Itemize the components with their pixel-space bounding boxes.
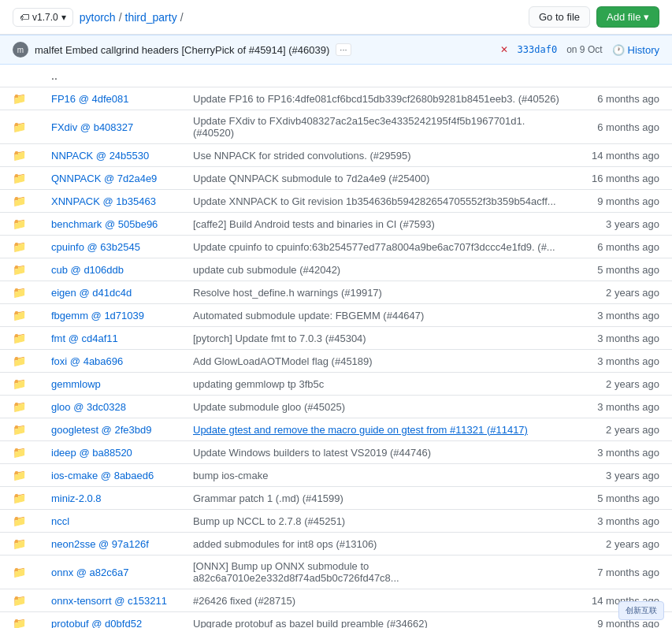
table-row: 📁 cub @ d106ddb update cub submodule (#4… — [0, 258, 672, 281]
table-row: 📁 gemmlowp updating gemmlowp tp 3fb5c 2 … — [0, 373, 672, 396]
file-link[interactable]: neon2sse @ 97a126f — [51, 538, 149, 550]
commit-text: Add GlowLoadAOTModel flag (#45189) — [193, 355, 373, 367]
row-name: fmt @ cd4af11 — [39, 327, 180, 350]
commit-text: Grammar patch 1 (.md) (#41599) — [193, 492, 343, 504]
file-link[interactable]: gemmlowp — [51, 378, 101, 390]
row-time: 2 years ago — [577, 418, 672, 441]
table-row: 📁 foxi @ 4aba696 Add GlowLoadAOTModel fl… — [0, 350, 672, 373]
commit-text: Use NNPACK for strided convolutions. (#2… — [193, 150, 411, 162]
row-commit: [ONNX] Bump up ONNX submodule to a82c6a7… — [180, 556, 577, 589]
ellipsis-button[interactable]: ··· — [336, 43, 351, 56]
table-row: 📁 googletest @ 2fe3bd9 Update gtest and … — [0, 418, 672, 441]
chevron-down-icon: ▾ — [61, 12, 66, 23]
history-label: History — [628, 44, 659, 56]
add-file-button[interactable]: Add file ▾ — [596, 6, 659, 28]
row-commit: bump ios-cmake — [180, 464, 577, 487]
row-commit: Bump up NCCL to 2.7.8 (#45251) — [180, 510, 577, 533]
row-name: nccl — [39, 510, 180, 533]
file-link[interactable]: benchmark @ 505be96 — [51, 218, 158, 230]
file-link[interactable]: cpuinfo @ 63b2545 — [51, 241, 140, 253]
file-link[interactable]: QNNPACK @ 7d2a4e9 — [51, 173, 157, 184]
row-time: 6 months ago — [577, 236, 672, 258]
file-link[interactable]: ios-cmake @ 8abaed6 — [51, 470, 154, 481]
row-name: cpuinfo @ 63b2545 — [39, 236, 180, 258]
commit-text: Update FXdiv to FXdivb408327ac2a15ec3e43… — [193, 115, 525, 139]
row-name: protobuf @ d0bfd52 — [39, 612, 180, 629]
row-name: ios-cmake @ 8abaed6 — [39, 464, 180, 487]
folder-icon: 📁 — [13, 92, 26, 105]
history-link[interactable]: 🕐 History — [612, 44, 659, 56]
row-commit: Update FXdiv to FXdivb408327ac2a15ec3e43… — [180, 110, 577, 144]
file-link[interactable]: onnx @ a82c6a7 — [51, 567, 129, 578]
file-link[interactable]: googletest @ 2fe3bd9 — [51, 424, 151, 436]
folder-icon: 📁 — [13, 263, 26, 276]
file-link[interactable]: miniz-2.0.8 — [51, 492, 102, 504]
table-row: 📁 eigen @ d41dc4d Resolve host_define.h … — [0, 281, 672, 304]
file-link[interactable]: FXdiv @ b408327 — [51, 121, 133, 133]
folder-icon: 📁 — [13, 240, 26, 253]
row-commit: Update gtest and remove the macro guide … — [180, 418, 577, 441]
folder-icon: 📁 — [13, 195, 26, 207]
file-link[interactable]: eigen @ d41dc4d — [51, 287, 132, 299]
row-commit: Update XNNPACK to Git revision 1b354636b… — [180, 190, 577, 213]
file-link[interactable]: fmt @ cd4af11 — [51, 333, 118, 344]
file-link[interactable]: fbgemm @ 1d71039 — [51, 310, 144, 321]
row-time: 3 months ago — [577, 510, 672, 533]
breadcrumb-sep1: / — [119, 11, 122, 24]
table-row: .. — [0, 65, 672, 87]
version-badge[interactable]: 🏷 v1.7.0 ▾ — [13, 8, 73, 27]
file-table: .. 📁 FP16 @ 4dfe081 Update FP16 to FP16:… — [0, 65, 672, 628]
row-icon: 📁 — [0, 441, 39, 464]
watermark: 创新互联 — [618, 601, 664, 620]
folder-link[interactable]: third_party — [125, 11, 177, 24]
file-link[interactable]: XNNPACK @ 1b35463 — [51, 195, 156, 207]
row-time: 6 months ago — [577, 87, 672, 110]
row-commit: Update Windows builders to latest VS2019… — [180, 441, 577, 464]
row-name: ideep @ ba88520 — [39, 441, 180, 464]
row-time: 6 months ago — [577, 110, 672, 144]
row-time: 2 years ago — [577, 373, 672, 396]
commit-hash-link[interactable]: 333daf0 — [518, 44, 558, 55]
table-row: 📁 FXdiv @ b408327 Update FXdiv to FXdivb… — [0, 110, 672, 144]
commit-link[interactable]: Update gtest and remove the macro guide … — [193, 424, 528, 436]
top-bar-buttons: Go to file Add file ▾ — [529, 6, 659, 28]
table-row: 📁 fbgemm @ 1d71039 Automated submodule u… — [0, 304, 672, 327]
table-row: 📁 onnx-tensorrt @ c153211 #26426 fixed (… — [0, 589, 672, 612]
row-icon: 📁 — [0, 258, 39, 281]
row-name: foxi @ 4aba696 — [39, 350, 180, 373]
folder-icon: 📁 — [13, 309, 26, 321]
commit-text: Update FP16 to FP16:4dfe081cf6bcd15db339… — [193, 93, 559, 105]
file-link[interactable]: FP16 @ 4dfe081 — [51, 93, 128, 105]
breadcrumb: pytorch / third_party / — [80, 11, 184, 24]
folder-icon: 📁 — [13, 332, 26, 344]
file-link[interactable]: protobuf @ d0bfd52 — [51, 618, 142, 629]
row-time: 3 years ago — [577, 213, 672, 236]
row-time: 7 months ago — [577, 556, 672, 589]
folder-icon: 📁 — [13, 400, 26, 413]
row-name: googletest @ 2fe3bd9 — [39, 418, 180, 441]
row-name: FXdiv @ b408327 — [39, 110, 180, 144]
table-row: 📁 benchmark @ 505be96 [caffe2] Build And… — [0, 213, 672, 236]
file-link[interactable]: gloo @ 3dc0328 — [51, 401, 126, 413]
table-row: 📁 neon2sse @ 97a126f added submodules fo… — [0, 533, 672, 556]
commit-text: Upgrade protobuf as bazel build preamble… — [193, 618, 428, 629]
file-link[interactable]: ideep @ ba88520 — [51, 447, 132, 459]
file-link[interactable]: nccl — [51, 515, 69, 527]
repo-link[interactable]: pytorch — [80, 11, 116, 24]
folder-icon: 📁 — [13, 617, 26, 628]
goto-file-button[interactable]: Go to file — [529, 6, 590, 28]
file-link[interactable]: NNPACK @ 24b5530 — [51, 150, 149, 162]
row-time: 3 years ago — [577, 464, 672, 487]
commit-text: Update Windows builders to latest VS2019… — [193, 447, 431, 459]
row-time: 2 years ago — [577, 533, 672, 556]
commit-text: updating gemmlowp tp 3fb5c — [193, 378, 324, 390]
commit-bar-right: ✕ 333daf0 on 9 Oct 🕐 History — [500, 44, 659, 56]
folder-icon: 📁 — [13, 121, 26, 133]
table-row: 📁 cpuinfo @ 63b2545 Update cpuinfo to cp… — [0, 236, 672, 258]
file-link[interactable]: onnx-tensorrt @ c153211 — [51, 595, 167, 607]
commit-text: update cub submodule (#42042) — [193, 264, 340, 276]
commit-date: on 9 Oct — [566, 44, 602, 55]
file-link[interactable]: cub @ d106ddb — [51, 264, 124, 276]
commit-bar: m malfet Embed callgrind headers [Cherry… — [0, 35, 672, 65]
file-link[interactable]: foxi @ 4aba696 — [51, 355, 123, 367]
